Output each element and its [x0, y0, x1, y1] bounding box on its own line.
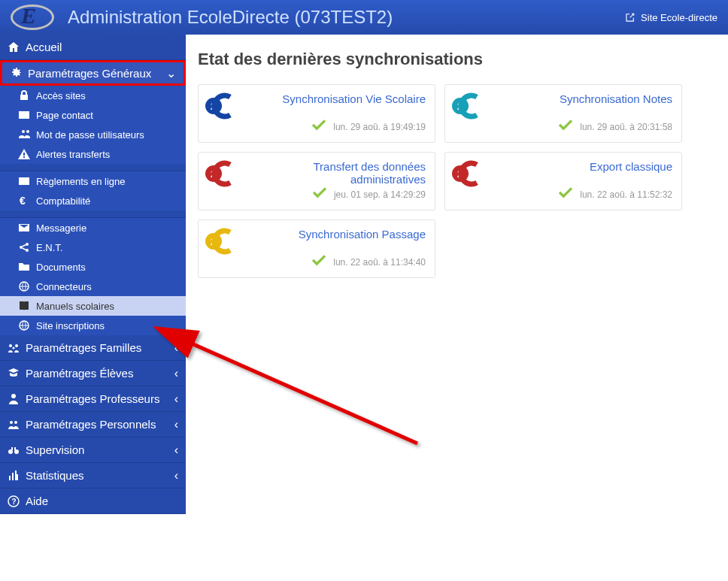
content-area: Etat des dernières synchronisations 2 Sy…	[186, 35, 728, 514]
svg-point-10	[10, 421, 13, 424]
sync-card-status: lun. 22 aoû. à 11:34:40	[311, 253, 426, 271]
sidebar-sub-compta[interactable]: € Comptabilité	[0, 191, 186, 210]
sync-card-icon: 2	[205, 91, 235, 121]
sync-card[interactable]: 2 Export classique lun. 22 aoû. à 11:52:…	[444, 152, 682, 210]
sync-card-date: lun. 29 aoû. à 20:31:58	[580, 122, 672, 132]
sync-card-icon: 2	[205, 226, 235, 256]
svg-text:?: ?	[12, 498, 17, 506]
student-icon	[8, 368, 20, 380]
chevron-left-icon: ‹	[174, 469, 178, 483]
sync-card-status: lun. 29 aoû. à 20:31:58	[557, 117, 672, 136]
help-icon: ?	[8, 495, 20, 507]
teacher-icon	[8, 393, 20, 405]
sidebar-item-accueil[interactable]: Accueil	[0, 35, 186, 60]
binoculars-icon	[8, 444, 20, 456]
sidebar-item-supervision[interactable]: Supervision ‹	[0, 437, 186, 463]
sync-card[interactable]: 2 Synchronisation Passage lun. 22 aoû. à…	[198, 219, 435, 278]
sidebar-sub-reglements[interactable]: Règlements en ligne	[0, 171, 186, 191]
sidebar-sub-label: Alertes transferts	[36, 149, 110, 160]
sync-card[interactable]: 2 Synchronisation Vie Scolaire lun. 29 a…	[198, 84, 435, 143]
warning-icon	[18, 148, 30, 160]
sync-card-date: lun. 22 aoû. à 11:34:40	[333, 257, 426, 268]
sync-card-title: Synchronisation Passage	[242, 228, 426, 241]
topbar: E Administration EcoleDirecte (073TEST2)…	[0, 0, 728, 35]
svg-point-7	[15, 344, 18, 347]
sidebar-sub-documents[interactable]: Documents	[0, 257, 186, 277]
svg-point-9	[11, 394, 16, 398]
sidebar-sub-manuels[interactable]: Manuels scolaires	[0, 296, 186, 316]
sidebar-label: Accueil	[26, 41, 62, 53]
sync-cards: 2 Synchronisation Vie Scolaire lun. 29 a…	[198, 84, 716, 278]
barchart-icon	[8, 470, 20, 482]
sync-card[interactable]: 2 Synchronisation Notes lun. 29 aoû. à 2…	[444, 84, 682, 143]
sidebar-item-aide[interactable]: ? Aide	[0, 489, 186, 514]
lock-icon	[18, 89, 30, 101]
sidebar-sub-label: Page contact	[36, 110, 93, 121]
sidebar-sub-alertes[interactable]: Alertes transferts	[0, 144, 186, 164]
sidebar-item-param-generaux[interactable]: Paramétrages Généraux ⌄	[0, 60, 186, 86]
sync-card-icon: 2	[451, 91, 481, 121]
sync-card-date: jeu. 01 sep. à 14:29:29	[334, 189, 426, 200]
sidebar-sub-site-inscriptions[interactable]: Site inscriptions	[0, 316, 186, 335]
sidebar-sub-label: Documents	[36, 262, 86, 273]
sidebar-divider	[0, 210, 186, 218]
sidebar-sub-messagerie[interactable]: Messagerie	[0, 218, 186, 238]
sidebar-label: Aide	[26, 495, 48, 507]
sync-card-title: Synchronisation Notes	[489, 92, 672, 105]
check-icon	[311, 185, 334, 204]
sidebar-sub-label: E.N.T.	[36, 242, 62, 253]
sidebar-label: Paramétrages Personnels	[26, 418, 156, 431]
gear-icon	[10, 67, 22, 79]
sidebar-sub-mdp[interactable]: Mot de passe utilisateurs	[0, 125, 186, 144]
chevron-left-icon: ‹	[174, 341, 178, 355]
sidebar-sub-acces-sites[interactable]: Accès sites	[0, 86, 186, 105]
sidebar-label: Paramétrages Professeurs	[26, 392, 159, 405]
chevron-left-icon: ‹	[174, 443, 178, 457]
home-icon	[8, 41, 20, 53]
chevron-left-icon: ‹	[174, 392, 178, 406]
sidebar-label: Paramétrages Élèves	[26, 367, 133, 380]
sidebar-item-stats[interactable]: Statistiques ‹	[0, 463, 186, 489]
sidebar-sub-connecteurs[interactable]: Connecteurs	[0, 277, 186, 296]
sidebar-item-familles[interactable]: Paramétrages Familles ‹	[0, 335, 186, 361]
sync-card-title: Synchronisation Vie Scolaire	[242, 92, 426, 105]
page-title: Administration EcoleDirecte (073TEST2)	[68, 7, 393, 28]
sidebar: Accueil Paramétrages Généraux ⌄ Accès si…	[0, 35, 186, 514]
family-icon	[8, 342, 20, 354]
sidebar-item-profs[interactable]: Paramétrages Professeurs ‹	[0, 386, 186, 412]
sidebar-item-personnels[interactable]: Paramétrages Personnels ‹	[0, 412, 186, 437]
app-logo: E	[11, 3, 54, 32]
chevron-down-icon: ⌄	[166, 66, 176, 80]
creditcard-icon	[18, 175, 30, 187]
sync-card-icon: 2	[205, 159, 235, 189]
external-link-icon	[626, 13, 635, 22]
globe-icon	[18, 280, 30, 292]
sync-card-title: Export classique	[489, 160, 672, 173]
sidebar-sub-label: Règlements en ligne	[36, 176, 126, 187]
chevron-left-icon: ‹	[174, 418, 178, 431]
svg-point-3	[26, 249, 29, 252]
sync-card-icon: 2	[451, 159, 481, 189]
sync-card-status: lun. 22 aoû. à 11:52:32	[557, 185, 672, 204]
sidebar-label: Supervision	[26, 443, 84, 456]
card-icon	[18, 109, 30, 121]
sidebar-sub-label: Connecteurs	[36, 281, 92, 292]
share-icon	[18, 241, 30, 253]
site-ecoledirecte-link[interactable]: Site Ecole-directe	[626, 12, 717, 23]
sync-card[interactable]: 2 Transfert des données administratives …	[198, 152, 435, 210]
sync-card-status: jeu. 01 sep. à 14:29:29	[311, 185, 426, 204]
sync-card-date: lun. 29 aoû. à 19:49:19	[333, 122, 426, 132]
users-icon	[18, 129, 30, 141]
book-icon	[18, 300, 30, 312]
sidebar-label: Paramétrages Généraux	[28, 67, 151, 80]
sidebar-sub-ent[interactable]: E.N.T.	[0, 238, 186, 257]
chevron-left-icon: ‹	[174, 367, 178, 380]
sidebar-label: Statistiques	[26, 469, 84, 482]
sidebar-sub-page-contact[interactable]: Page contact	[0, 105, 186, 125]
sidebar-item-eleves[interactable]: Paramétrages Élèves ‹	[0, 361, 186, 386]
sync-card-status: lun. 29 aoû. à 19:49:19	[311, 117, 426, 136]
svg-point-2	[26, 243, 29, 246]
sidebar-divider	[0, 164, 186, 171]
sync-card-date: lun. 22 aoû. à 11:52:32	[580, 189, 672, 200]
sidebar-sub-label: Messagerie	[36, 222, 86, 234]
